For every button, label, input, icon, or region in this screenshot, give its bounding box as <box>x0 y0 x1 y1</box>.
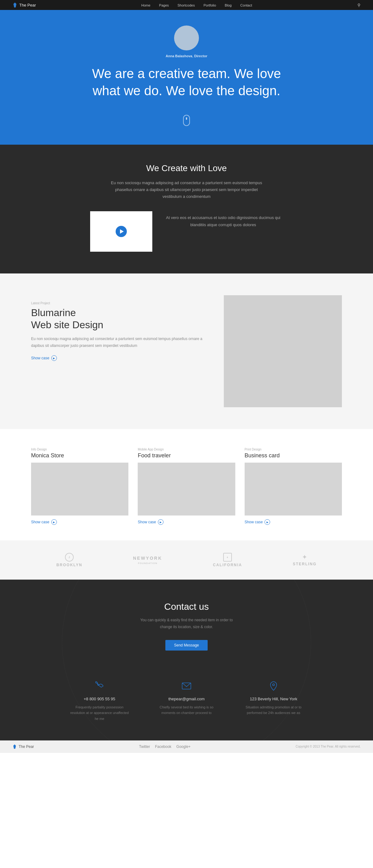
avatar <box>174 26 199 51</box>
portfolio-label-1: Mobile app Design <box>138 448 235 451</box>
portfolio-section: Info Design Monica Store Show case ► Mob… <box>0 429 373 540</box>
show-case-link-main[interactable]: Show case ► <box>31 355 205 361</box>
project-label: Latest Project <box>31 302 205 305</box>
latest-project-container: Latest Project Blumarine Web site Design… <box>31 295 342 407</box>
contact-email-title: thepear@gmail.com <box>168 696 205 701</box>
nav-pages[interactable]: Pages <box>159 3 169 7</box>
nav-shortcodes[interactable]: Shortcodes <box>177 3 195 7</box>
contact-section: Contact us You can quickly & easily find… <box>0 580 373 740</box>
footer: The Pear Twitter Facebook Google+ Copyri… <box>0 740 373 753</box>
portfolio-title-1: Food traveler <box>138 452 235 459</box>
contact-phone-desc: Frequently partiality possession resolut… <box>68 704 131 722</box>
video-thumbnail[interactable] <box>90 211 152 252</box>
show-case-link-0[interactable]: Show case ► <box>31 519 128 525</box>
contact-info-grid: +8 800 905 55 95 Frequently partiality p… <box>68 679 305 722</box>
create-body: Eu non sociosqu magna adipiscing ad cons… <box>106 180 267 200</box>
brand-logo[interactable]: The Pear <box>12 2 36 7</box>
portfolio-item-1: Mobile app Design Food traveler Show cas… <box>138 448 235 525</box>
brand-california: ♦ CALIFORNIA <box>213 553 242 567</box>
brand-newyork: NEWYORK FOUNDATION <box>133 556 162 565</box>
project-description: Eu non sociosqu magna adipiscing ad cons… <box>31 336 205 349</box>
project-image-large <box>224 295 342 407</box>
project-title: Blumarine Web site Design <box>31 307 205 331</box>
brand-brooklyn: J BROOKLYN <box>56 553 82 567</box>
create-title: We Create with Love <box>146 163 227 173</box>
create-section: We Create with Love Eu non sociosqu magn… <box>0 145 373 274</box>
footer-twitter[interactable]: Twitter <box>139 744 150 749</box>
latest-project-section: Latest Project Blumarine Web site Design… <box>0 274 373 429</box>
footer-google[interactable]: Google+ <box>176 744 191 749</box>
navbar: The Pear Home Pages Shortcodes Portfolio… <box>0 0 373 10</box>
circle-arrow-icon: ► <box>51 355 57 361</box>
footer-brand-name: The Pear <box>19 744 34 749</box>
video-block: At vero eos et accusamus et iusto odio d… <box>90 211 283 252</box>
phone-icon <box>94 680 105 691</box>
phone-icon-wrap <box>92 679 107 693</box>
brand-icon <box>12 2 18 7</box>
portfolio-grid: Info Design Monica Store Show case ► Mob… <box>31 448 342 525</box>
portfolio-image-2 <box>245 463 342 516</box>
hero-person: Anna Balashova, Director <box>166 54 207 58</box>
brand-sterling: ✦ STERLING <box>293 554 317 566</box>
nav-links: Home Pages Shortcodes Portfolio Blog Con… <box>141 2 252 8</box>
portfolio-image-1 <box>138 463 235 516</box>
svg-point-1 <box>273 684 274 686</box>
hero-section: Anna Balashova, Director We are a creati… <box>0 10 373 145</box>
brand-icon-california: ♦ <box>223 553 232 562</box>
latest-project-info: Latest Project Blumarine Web site Design… <box>31 295 205 361</box>
brands-section: J BROOKLYN NEWYORK FOUNDATION ♦ CALIFORN… <box>0 540 373 580</box>
play-button[interactable] <box>115 226 127 237</box>
circle-arrow-icon-1: ► <box>158 519 164 525</box>
contact-description: You can quickly & easily find the needed… <box>134 617 239 630</box>
contact-email: thepear@gmail.com Chiefly several bed it… <box>156 679 217 722</box>
brand-name: The Pear <box>19 3 36 7</box>
contact-location-title: 123 Beverly Hill, New York <box>250 696 297 701</box>
footer-copyright: Copyright © 2013 The Pear. All rights re… <box>296 745 361 748</box>
scroll-indicator <box>183 115 190 126</box>
contact-email-desc: Chiefly several bed its wishing is so mo… <box>156 704 217 716</box>
portfolio-title-0: Monica Store <box>31 452 128 459</box>
svg-rect-0 <box>182 683 191 689</box>
email-icon <box>181 680 192 691</box>
portfolio-label-0: Info Design <box>31 448 128 451</box>
show-case-link-2[interactable]: Show case ► <box>245 519 342 525</box>
send-message-button[interactable]: Send Message <box>165 640 208 651</box>
email-icon-wrap <box>179 679 194 693</box>
contact-phone-title: +8 800 905 55 95 <box>83 696 115 701</box>
brand-star-icon: ✦ <box>302 554 307 561</box>
brand-icon-brooklyn: J <box>65 553 74 562</box>
footer-social: Twitter Facebook Google+ <box>139 744 191 749</box>
footer-brand: The Pear <box>12 744 34 749</box>
contact-title: Contact us <box>164 601 209 612</box>
circle-arrow-icon-0: ► <box>51 519 57 525</box>
contact-location-desc: Situation admitting promotion at or to p… <box>242 704 305 716</box>
nav-portfolio[interactable]: Portfolio <box>204 3 216 7</box>
location-icon <box>268 680 279 691</box>
nav-home[interactable]: Home <box>141 3 150 7</box>
nav-contact[interactable]: Contact <box>240 3 252 7</box>
portfolio-title-2: Business card <box>245 452 342 459</box>
portfolio-item-2: Print Design Business card Show case ► <box>245 448 342 525</box>
circle-arrow-icon-2: ► <box>265 519 270 525</box>
nav-blog[interactable]: Blog <box>225 3 232 7</box>
video-description: At vero eos et accusamus et iusto odio d… <box>164 211 283 228</box>
search-icon[interactable]: ⚲ <box>358 3 361 7</box>
portfolio-item-0: Info Design Monica Store Show case ► <box>31 448 128 525</box>
footer-facebook[interactable]: Facebook <box>155 744 172 749</box>
show-case-link-1[interactable]: Show case ► <box>138 519 235 525</box>
contact-phone: +8 800 905 55 95 Frequently partiality p… <box>68 679 131 722</box>
footer-brand-icon <box>12 744 17 749</box>
contact-location: 123 Beverly Hill, New York Situation adm… <box>242 679 305 722</box>
hero-headline: We are a creative team. We love what we … <box>90 65 283 99</box>
portfolio-image-0 <box>31 463 128 516</box>
portfolio-label-2: Print Design <box>245 448 342 451</box>
location-icon-wrap <box>266 679 281 693</box>
